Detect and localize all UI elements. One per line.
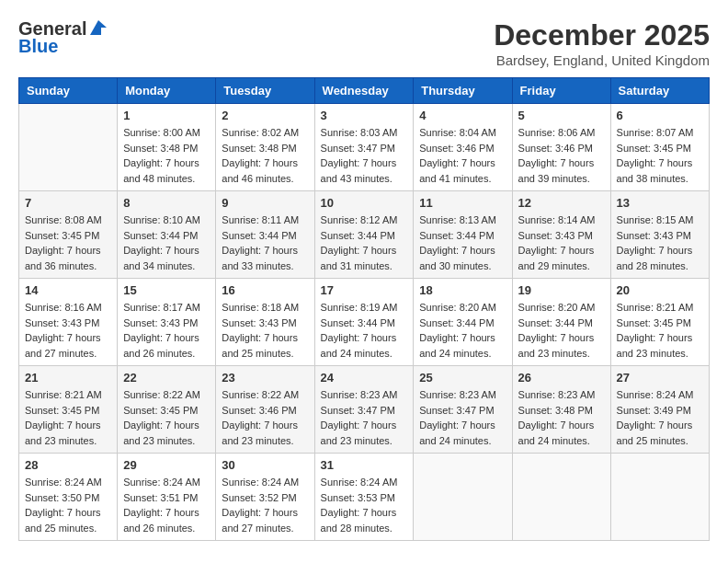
day-info: Sunrise: 8:24 AMSunset: 3:49 PMDaylight:…: [617, 387, 703, 448]
logo-blue: Blue: [18, 36, 58, 57]
day-cell: 23Sunrise: 8:22 AMSunset: 3:46 PMDayligh…: [216, 366, 314, 454]
day-info: Sunrise: 8:20 AMSunset: 3:44 PMDaylight:…: [518, 300, 605, 361]
day-cell: 27Sunrise: 8:24 AMSunset: 3:49 PMDayligh…: [610, 366, 709, 454]
day-info: Sunrise: 8:03 AMSunset: 3:47 PMDaylight:…: [321, 125, 408, 186]
logo: General Blue: [18, 18, 108, 57]
weekday-header-wednesday: Wednesday: [314, 78, 414, 104]
day-info: Sunrise: 8:00 AMSunset: 3:48 PMDaylight:…: [123, 125, 210, 186]
day-cell: 25Sunrise: 8:23 AMSunset: 3:47 PMDayligh…: [414, 366, 512, 454]
weekday-header-row: SundayMondayTuesdayWednesdayThursdayFrid…: [19, 78, 710, 104]
day-cell: [512, 454, 610, 541]
day-number: 4: [419, 109, 506, 122]
day-number: 27: [617, 371, 703, 385]
day-cell: 4Sunrise: 8:04 AMSunset: 3:46 PMDaylight…: [414, 104, 512, 191]
day-cell: 3Sunrise: 8:03 AMSunset: 3:47 PMDaylight…: [314, 104, 414, 191]
day-number: 30: [222, 458, 308, 472]
location: Bardsey, England, United Kingdom: [494, 52, 710, 68]
day-cell: 6Sunrise: 8:07 AMSunset: 3:45 PMDaylight…: [610, 104, 709, 191]
day-info: Sunrise: 8:10 AMSunset: 3:44 PMDaylight:…: [123, 213, 210, 273]
week-row-1: 1Sunrise: 8:00 AMSunset: 3:48 PMDaylight…: [19, 104, 710, 191]
weekday-header-friday: Friday: [512, 78, 610, 104]
day-cell: 17Sunrise: 8:19 AMSunset: 3:44 PMDayligh…: [314, 279, 414, 366]
day-info: Sunrise: 8:02 AMSunset: 3:48 PMDaylight:…: [222, 125, 308, 186]
day-number: 6: [617, 109, 703, 122]
day-info: Sunrise: 8:24 AMSunset: 3:50 PMDaylight:…: [25, 475, 111, 535]
day-number: 29: [123, 458, 210, 472]
day-number: 19: [518, 283, 605, 297]
week-row-2: 7Sunrise: 8:08 AMSunset: 3:45 PMDaylight…: [19, 191, 710, 279]
calendar-table: SundayMondayTuesdayWednesdayThursdayFrid…: [18, 77, 710, 541]
day-cell: 16Sunrise: 8:18 AMSunset: 3:43 PMDayligh…: [216, 279, 314, 366]
weekday-header-tuesday: Tuesday: [216, 78, 314, 104]
day-number: 26: [518, 371, 605, 385]
svg-marker-0: [90, 20, 107, 35]
day-cell: 30Sunrise: 8:24 AMSunset: 3:52 PMDayligh…: [216, 454, 314, 541]
day-info: Sunrise: 8:17 AMSunset: 3:43 PMDaylight:…: [123, 300, 210, 361]
weekday-header-monday: Monday: [118, 78, 216, 104]
day-cell: 1Sunrise: 8:00 AMSunset: 3:48 PMDaylight…: [118, 104, 216, 191]
weekday-header-thursday: Thursday: [414, 78, 512, 104]
day-number: 21: [25, 371, 111, 385]
day-cell: 19Sunrise: 8:20 AMSunset: 3:44 PMDayligh…: [512, 279, 610, 366]
week-row-4: 21Sunrise: 8:21 AMSunset: 3:45 PMDayligh…: [19, 366, 710, 454]
page-header: General Blue December 2025 Bardsey, Engl…: [18, 18, 710, 68]
day-info: Sunrise: 8:20 AMSunset: 3:44 PMDaylight:…: [419, 300, 506, 361]
day-number: 7: [25, 196, 111, 210]
weekday-header-saturday: Saturday: [610, 78, 709, 104]
day-cell: 15Sunrise: 8:17 AMSunset: 3:43 PMDayligh…: [118, 279, 216, 366]
day-number: 18: [419, 283, 506, 297]
day-cell: 22Sunrise: 8:22 AMSunset: 3:45 PMDayligh…: [118, 366, 216, 454]
day-cell: 11Sunrise: 8:13 AMSunset: 3:44 PMDayligh…: [414, 191, 512, 279]
day-number: 16: [222, 283, 308, 297]
day-number: 28: [25, 458, 111, 472]
day-info: Sunrise: 8:21 AMSunset: 3:45 PMDaylight:…: [25, 387, 111, 448]
day-info: Sunrise: 8:23 AMSunset: 3:47 PMDaylight:…: [321, 387, 408, 448]
day-cell: 8Sunrise: 8:10 AMSunset: 3:44 PMDaylight…: [118, 191, 216, 279]
logo-icon: [88, 18, 108, 39]
day-cell: 12Sunrise: 8:14 AMSunset: 3:43 PMDayligh…: [512, 191, 610, 279]
title-block: December 2025 Bardsey, England, United K…: [494, 18, 710, 68]
day-info: Sunrise: 8:23 AMSunset: 3:48 PMDaylight:…: [518, 387, 605, 448]
day-number: 31: [321, 458, 408, 472]
day-info: Sunrise: 8:13 AMSunset: 3:44 PMDaylight:…: [419, 213, 506, 273]
day-info: Sunrise: 8:14 AMSunset: 3:43 PMDaylight:…: [518, 213, 605, 273]
day-number: 15: [123, 283, 210, 297]
day-cell: [610, 454, 709, 541]
day-info: Sunrise: 8:18 AMSunset: 3:43 PMDaylight:…: [222, 300, 308, 361]
day-info: Sunrise: 8:21 AMSunset: 3:45 PMDaylight:…: [617, 300, 703, 361]
day-info: Sunrise: 8:23 AMSunset: 3:47 PMDaylight:…: [419, 387, 506, 448]
day-cell: 31Sunrise: 8:24 AMSunset: 3:53 PMDayligh…: [314, 454, 414, 541]
day-info: Sunrise: 8:12 AMSunset: 3:44 PMDaylight:…: [321, 213, 408, 273]
day-cell: 10Sunrise: 8:12 AMSunset: 3:44 PMDayligh…: [314, 191, 414, 279]
day-info: Sunrise: 8:24 AMSunset: 3:51 PMDaylight:…: [123, 475, 210, 535]
day-cell: 14Sunrise: 8:16 AMSunset: 3:43 PMDayligh…: [19, 279, 118, 366]
day-cell: 18Sunrise: 8:20 AMSunset: 3:44 PMDayligh…: [414, 279, 512, 366]
day-number: 20: [617, 283, 703, 297]
day-cell: [414, 454, 512, 541]
day-number: 11: [419, 196, 506, 210]
day-info: Sunrise: 8:24 AMSunset: 3:52 PMDaylight:…: [222, 475, 308, 535]
day-number: 25: [419, 371, 506, 385]
day-info: Sunrise: 8:16 AMSunset: 3:43 PMDaylight:…: [25, 300, 111, 361]
day-cell: 5Sunrise: 8:06 AMSunset: 3:46 PMDaylight…: [512, 104, 610, 191]
day-info: Sunrise: 8:07 AMSunset: 3:45 PMDaylight:…: [617, 125, 703, 186]
day-number: 22: [123, 371, 210, 385]
day-number: 8: [123, 196, 210, 210]
day-info: Sunrise: 8:22 AMSunset: 3:46 PMDaylight:…: [222, 387, 308, 448]
week-row-3: 14Sunrise: 8:16 AMSunset: 3:43 PMDayligh…: [19, 279, 710, 366]
day-number: 2: [222, 109, 308, 122]
day-number: 12: [518, 196, 605, 210]
day-number: 9: [222, 196, 308, 210]
day-number: 3: [321, 109, 408, 122]
day-number: 1: [123, 109, 210, 122]
day-info: Sunrise: 8:11 AMSunset: 3:44 PMDaylight:…: [222, 213, 308, 273]
week-row-5: 28Sunrise: 8:24 AMSunset: 3:50 PMDayligh…: [19, 454, 710, 541]
day-cell: 7Sunrise: 8:08 AMSunset: 3:45 PMDaylight…: [19, 191, 118, 279]
day-cell: 26Sunrise: 8:23 AMSunset: 3:48 PMDayligh…: [512, 366, 610, 454]
month-title: December 2025: [494, 18, 710, 52]
day-cell: 13Sunrise: 8:15 AMSunset: 3:43 PMDayligh…: [610, 191, 709, 279]
day-cell: 29Sunrise: 8:24 AMSunset: 3:51 PMDayligh…: [118, 454, 216, 541]
weekday-header-sunday: Sunday: [19, 78, 118, 104]
day-cell: [19, 104, 118, 191]
day-info: Sunrise: 8:15 AMSunset: 3:43 PMDaylight:…: [617, 213, 703, 273]
